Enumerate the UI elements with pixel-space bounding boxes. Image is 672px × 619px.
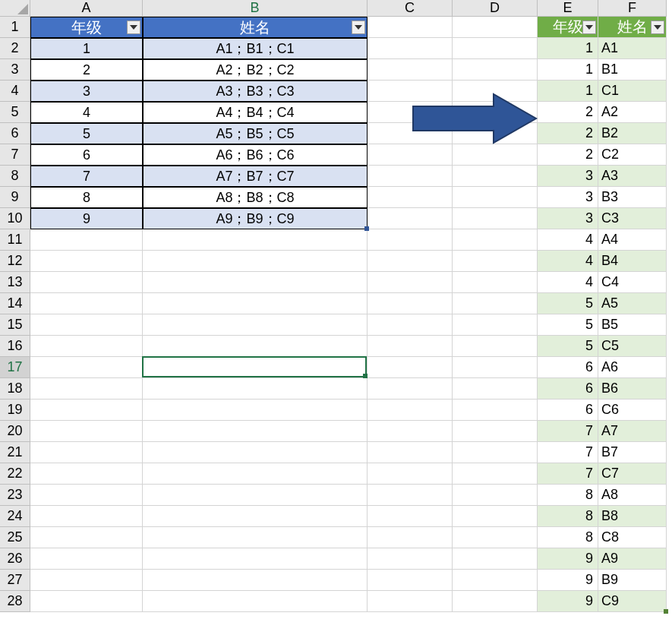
cell-B1[interactable]: 姓名 bbox=[143, 17, 368, 38]
cell-F4[interactable]: C1 bbox=[598, 81, 667, 102]
cell-C23[interactable] bbox=[368, 485, 453, 506]
cell-B26[interactable] bbox=[143, 548, 368, 570]
cell-C14[interactable] bbox=[368, 293, 453, 314]
cell-B13[interactable] bbox=[143, 272, 368, 293]
cell-B18[interactable] bbox=[143, 378, 368, 400]
cell-A11[interactable] bbox=[30, 229, 143, 251]
cell-A15[interactable] bbox=[30, 314, 143, 336]
cell-C26[interactable] bbox=[368, 548, 453, 570]
cell-D12[interactable] bbox=[453, 251, 538, 272]
cell-E24[interactable]: 8 bbox=[538, 506, 598, 527]
column-header-F[interactable]: F bbox=[598, 0, 667, 17]
cell-D1[interactable] bbox=[453, 17, 538, 38]
filter-dropdown-icon[interactable] bbox=[352, 21, 365, 34]
cell-E25[interactable]: 8 bbox=[538, 527, 598, 548]
cell-A23[interactable] bbox=[30, 485, 143, 506]
cell-C15[interactable] bbox=[368, 314, 453, 336]
cell-A8[interactable]: 7 bbox=[30, 166, 143, 187]
cell-E6[interactable]: 2 bbox=[538, 123, 598, 144]
cell-A13[interactable] bbox=[30, 272, 143, 293]
cell-B12[interactable] bbox=[143, 251, 368, 272]
cell-B17[interactable] bbox=[143, 357, 368, 378]
row-header-27[interactable]: 27 bbox=[0, 570, 30, 591]
cell-E16[interactable]: 5 bbox=[538, 336, 598, 357]
cell-D15[interactable] bbox=[453, 314, 538, 336]
row-header-26[interactable]: 26 bbox=[0, 548, 30, 570]
cell-F14[interactable]: A5 bbox=[598, 293, 667, 314]
cell-D21[interactable] bbox=[453, 442, 538, 463]
row-header-20[interactable]: 20 bbox=[0, 421, 30, 442]
row-header-21[interactable]: 21 bbox=[0, 442, 30, 463]
cell-A5[interactable]: 4 bbox=[30, 102, 143, 123]
cell-D8[interactable] bbox=[453, 166, 538, 187]
cell-F12[interactable]: B4 bbox=[598, 251, 667, 272]
cell-A26[interactable] bbox=[30, 548, 143, 570]
row-header-1[interactable]: 1 bbox=[0, 17, 30, 38]
cell-C13[interactable] bbox=[368, 272, 453, 293]
cell-A4[interactable]: 3 bbox=[30, 81, 143, 102]
cell-B15[interactable] bbox=[143, 314, 368, 336]
row-header-11[interactable]: 11 bbox=[0, 229, 30, 251]
cell-E11[interactable]: 4 bbox=[538, 229, 598, 251]
cell-C2[interactable] bbox=[368, 38, 453, 59]
cell-E15[interactable]: 5 bbox=[538, 314, 598, 336]
cell-D23[interactable] bbox=[453, 485, 538, 506]
cell-C12[interactable] bbox=[368, 251, 453, 272]
cell-B8[interactable]: A7；B7；C7 bbox=[143, 166, 368, 187]
row-header-24[interactable]: 24 bbox=[0, 506, 30, 527]
row-header-14[interactable]: 14 bbox=[0, 293, 30, 314]
cell-D16[interactable] bbox=[453, 336, 538, 357]
cell-A16[interactable] bbox=[30, 336, 143, 357]
cell-F5[interactable]: A2 bbox=[598, 102, 667, 123]
cell-F1[interactable]: 姓名 bbox=[598, 17, 667, 38]
row-header-2[interactable]: 2 bbox=[0, 38, 30, 59]
cell-F18[interactable]: B6 bbox=[598, 378, 667, 400]
cell-E17[interactable]: 6 bbox=[538, 357, 598, 378]
cell-D2[interactable] bbox=[453, 38, 538, 59]
cell-D11[interactable] bbox=[453, 229, 538, 251]
cell-D14[interactable] bbox=[453, 293, 538, 314]
cell-B14[interactable] bbox=[143, 293, 368, 314]
cell-A14[interactable] bbox=[30, 293, 143, 314]
cell-F22[interactable]: C7 bbox=[598, 463, 667, 485]
cell-F27[interactable]: B9 bbox=[598, 570, 667, 591]
cell-F26[interactable]: A9 bbox=[598, 548, 667, 570]
cell-C1[interactable] bbox=[368, 17, 453, 38]
cell-C17[interactable] bbox=[368, 357, 453, 378]
row-header-4[interactable]: 4 bbox=[0, 81, 30, 102]
cell-A10[interactable]: 9 bbox=[30, 208, 143, 229]
column-header-A[interactable]: A bbox=[30, 0, 143, 17]
cell-D9[interactable] bbox=[453, 187, 538, 208]
row-header-15[interactable]: 15 bbox=[0, 314, 30, 336]
row-header-5[interactable]: 5 bbox=[0, 102, 30, 123]
cell-E23[interactable]: 8 bbox=[538, 485, 598, 506]
cell-B23[interactable] bbox=[143, 485, 368, 506]
row-header-7[interactable]: 7 bbox=[0, 144, 30, 166]
cell-E7[interactable]: 2 bbox=[538, 144, 598, 166]
cell-C16[interactable] bbox=[368, 336, 453, 357]
cell-E14[interactable]: 5 bbox=[538, 293, 598, 314]
cell-F21[interactable]: B7 bbox=[598, 442, 667, 463]
cell-B3[interactable]: A2；B2；C2 bbox=[143, 59, 368, 81]
cell-C21[interactable] bbox=[368, 442, 453, 463]
cell-A28[interactable] bbox=[30, 591, 143, 612]
cell-B5[interactable]: A4；B4；C4 bbox=[143, 102, 368, 123]
cell-E10[interactable]: 3 bbox=[538, 208, 598, 229]
select-all-corner[interactable] bbox=[0, 0, 30, 17]
row-header-17[interactable]: 17 bbox=[0, 357, 30, 378]
cell-E27[interactable]: 9 bbox=[538, 570, 598, 591]
cell-D26[interactable] bbox=[453, 548, 538, 570]
row-header-16[interactable]: 16 bbox=[0, 336, 30, 357]
table-resize-handle[interactable] bbox=[364, 226, 369, 231]
row-header-19[interactable]: 19 bbox=[0, 400, 30, 421]
row-header-6[interactable]: 6 bbox=[0, 123, 30, 144]
cell-E12[interactable]: 4 bbox=[538, 251, 598, 272]
cell-F24[interactable]: B8 bbox=[598, 506, 667, 527]
row-header-10[interactable]: 10 bbox=[0, 208, 30, 229]
cell-D19[interactable] bbox=[453, 400, 538, 421]
cell-B16[interactable] bbox=[143, 336, 368, 357]
cell-C25[interactable] bbox=[368, 527, 453, 548]
cell-A1[interactable]: 年级 bbox=[30, 17, 143, 38]
cell-B4[interactable]: A3；B3；C3 bbox=[143, 81, 368, 102]
cell-C28[interactable] bbox=[368, 591, 453, 612]
